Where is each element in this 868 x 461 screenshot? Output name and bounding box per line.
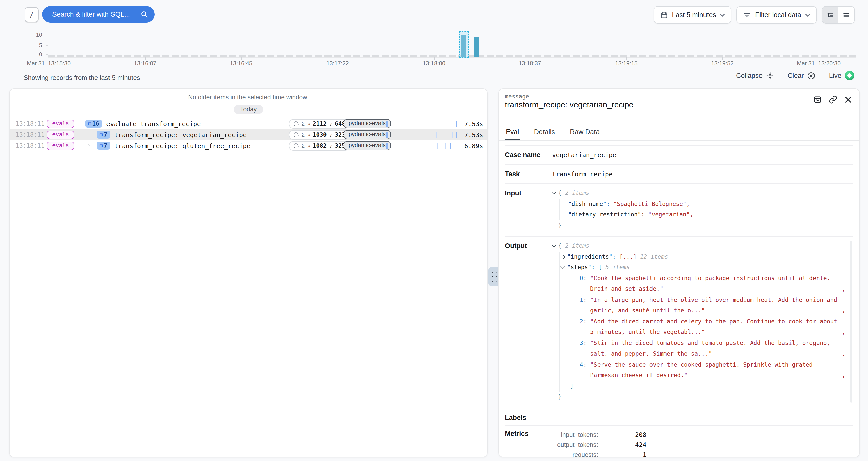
metric-row: input_tokens:208 <box>552 430 854 440</box>
x-tick-mark <box>145 57 146 60</box>
view-mode-toggle <box>822 6 855 24</box>
search-icon <box>141 10 148 18</box>
search-button[interactable]: Search & filter with SQL... <box>42 6 155 23</box>
clear-label: Clear <box>787 72 804 79</box>
clear-button[interactable]: Clear <box>787 71 815 80</box>
sigma-icon: Σ <box>301 131 305 138</box>
collapse-label: Collapse <box>736 72 763 79</box>
flat-list-view-toggle[interactable] <box>838 6 855 23</box>
records-timeline-chart[interactable]: 10 5 0 Mar 31. 13:15:30 13:16:07 13:16:4… <box>0 28 868 68</box>
duration-label: 6.89s <box>464 142 483 149</box>
package-tag[interactable]: pydantic-evals <box>344 119 391 128</box>
copy-link-icon[interactable] <box>829 95 837 104</box>
expand-toggle-icon[interactable] <box>560 254 565 259</box>
token-usage-badge: Σ ↗1082 ↙325 <box>289 141 350 150</box>
live-status-icon <box>845 71 855 80</box>
x-tick-mark <box>530 57 530 60</box>
collapse-toggle-icon[interactable] <box>551 190 556 194</box>
tab-details[interactable]: Details <box>533 128 556 140</box>
x-axis-tick: 13:19:52 <box>711 60 734 66</box>
collapse-toggle-icon[interactable] <box>560 264 565 269</box>
tokens-out-icon: ↙ <box>329 132 332 137</box>
scrollbar[interactable] <box>850 241 852 402</box>
duration-bar <box>386 131 457 137</box>
trace-row[interactable]: 13:18:11 evals ⊟16 evaluate transform_re… <box>9 118 487 129</box>
record-timestamp: 13:18:11 <box>16 120 45 127</box>
scope-badge: evals <box>47 119 74 128</box>
timeline-bar[interactable] <box>474 37 479 57</box>
x-tick-mark <box>241 57 242 60</box>
x-tick-mark <box>819 57 819 60</box>
tab-raw-data[interactable]: Raw Data <box>569 128 601 140</box>
output-json-viewer: { 2 items "ingredients": [...] 12 items … <box>552 237 854 407</box>
json-entry: "dish_name": "Spaghetti Bolognese", <box>568 198 854 209</box>
expand-children-badge[interactable]: ⊞7 <box>97 130 110 139</box>
tree-view-toggle[interactable] <box>822 6 838 23</box>
x-tick-mark <box>49 57 49 60</box>
record-timestamp: 13:18:11 <box>16 142 45 149</box>
y-tick-mark <box>46 45 48 46</box>
json-array-item: 2:"Add the diced carrot and celery to th… <box>579 316 845 338</box>
collapse-toggle-icon[interactable] <box>551 242 556 247</box>
filter-icon <box>743 11 751 19</box>
trace-row[interactable]: 13:18:11 evals ⊞7 transform_recipe: glut… <box>9 140 487 151</box>
trace-rows: 13:18:11 evals ⊟16 evaluate transform_re… <box>9 118 487 151</box>
scope-badge: evals <box>47 141 74 150</box>
minus-square-icon: ⊟ <box>88 120 91 127</box>
search-label: Search & filter with SQL... <box>52 10 141 18</box>
filter-local-data-dropdown[interactable]: Filter local data <box>737 6 817 24</box>
duration-label: 7.53s <box>464 120 483 127</box>
chevron-down-icon <box>720 13 725 16</box>
package-tag[interactable]: pydantic-evals <box>344 130 391 139</box>
output-label: Output <box>505 237 552 407</box>
trace-row[interactable]: 13:18:11 evals ⊞7 transform_recipe: vege… <box>9 129 487 140</box>
time-range-label: Last 5 minutes <box>672 11 716 19</box>
y-tick-mark <box>46 35 48 35</box>
live-toggle[interactable]: Live <box>829 71 855 80</box>
token-usage-badge: Σ ↗2112 ↙648 <box>289 119 350 128</box>
x-axis-tick: 13:17:22 <box>326 60 349 66</box>
duration-label: 7.53s <box>464 131 483 139</box>
tokens-in-icon: ↗ <box>307 121 310 126</box>
case-name-label: Case name <box>505 146 552 164</box>
metric-row: output_tokens:424 <box>552 440 854 450</box>
record-timestamp: 13:18:11 <box>16 131 45 138</box>
x-axis-tick: 13:16:45 <box>230 60 252 66</box>
metric-row: requests:1 <box>552 450 854 458</box>
x-axis-tick: 13:19:15 <box>615 60 638 66</box>
chart-plot-area[interactable] <box>48 28 856 58</box>
json-array-item: 3:"Stir in the diced tomatoes and tomato… <box>579 338 845 359</box>
archive-icon[interactable] <box>813 95 822 104</box>
x-axis-tick: Mar 31. 13:15:30 <box>27 60 70 66</box>
tokens-in-icon: ↗ <box>307 143 310 148</box>
token-coin-icon <box>293 121 299 126</box>
labels-label: Labels <box>505 408 552 425</box>
span-name: evaluate transform_recipe <box>106 120 201 127</box>
eval-table: Case name vegetarian_recipe Task transfo… <box>505 145 854 457</box>
x-axis-tick: Mar 31. 13:20:30 <box>797 60 841 66</box>
close-icon[interactable] <box>844 96 852 103</box>
message-kicker: message <box>505 93 529 100</box>
expand-children-badge[interactable]: ⊞7 <box>97 142 110 150</box>
token-usage-badge: Σ ↗1030 ↙323 <box>289 130 350 140</box>
tab-eval[interactable]: Eval <box>505 128 520 140</box>
panel-title: transform_recipe: vegetarian_recipe <box>505 100 633 110</box>
tree-list-icon <box>826 11 834 19</box>
duration-bar <box>386 121 457 127</box>
baseline-dashes <box>48 55 856 57</box>
time-range-dropdown[interactable]: Last 5 minutes <box>653 6 732 24</box>
tokens-out-icon: ↙ <box>329 143 332 148</box>
input-json-viewer: { 2 items "dish_name": "Spaghetti Bologn… <box>552 184 854 236</box>
collapse-button[interactable]: Collapse <box>736 71 774 80</box>
package-tag[interactable]: pydantic-evals <box>344 141 391 150</box>
empty-window-notice: No older items in the selected time wind… <box>9 94 487 101</box>
collapse-children-badge[interactable]: ⊟16 <box>85 120 102 128</box>
metrics-label: Metrics <box>505 430 552 458</box>
records-list-panel: No older items in the selected time wind… <box>9 88 488 458</box>
list-icon <box>842 11 850 19</box>
token-coin-icon <box>293 132 299 137</box>
task-label: Task <box>505 165 552 183</box>
x-tick-mark <box>626 57 627 60</box>
live-label: Live <box>829 72 841 79</box>
plus-square-icon: ⊞ <box>99 131 103 138</box>
